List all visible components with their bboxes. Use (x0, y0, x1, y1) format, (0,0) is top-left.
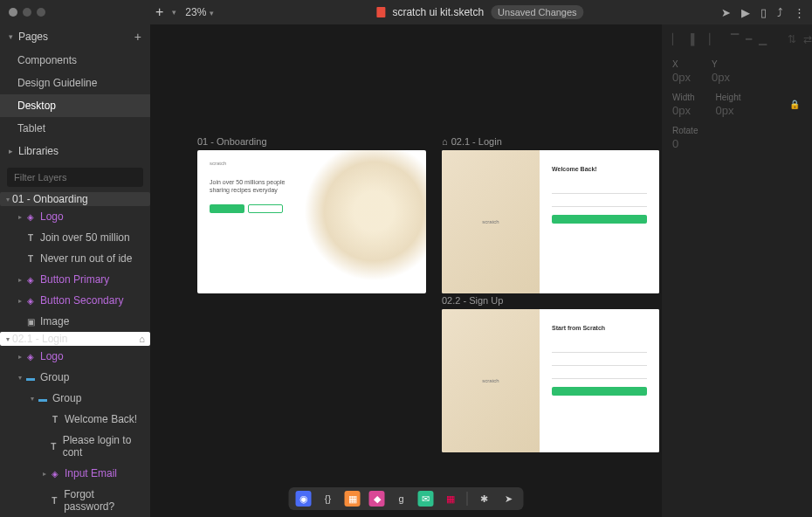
dock-g-icon[interactable]: g (394, 491, 409, 507)
page-item-desktop[interactable]: Desktop (0, 94, 150, 117)
right-inspector: ▏ ▐ ▕ ▔ ━ ▁ ⇅ ⇄ X 0px Y 0px Width 0px (662, 24, 812, 517)
layer-input-email[interactable]: ▸ ◈ Input Email (0, 463, 150, 484)
layer-text-join[interactable]: T Join over 50 million (0, 227, 150, 248)
layer-label: Logo (40, 210, 64, 223)
dock-abstract-icon[interactable]: ◆ (369, 491, 385, 507)
layer-logo-2[interactable]: ▸ ◈ Logo (0, 346, 150, 367)
artboard-label-onboarding[interactable]: 01 - Onboarding (197, 136, 426, 147)
layer-artboard-onboarding[interactable]: ▾ 01 - Onboarding (0, 192, 150, 206)
height-value[interactable]: 0px (716, 104, 741, 117)
layer-text-welcome[interactable]: T Welcome Back! (0, 409, 150, 430)
layer-group-2[interactable]: ▾ ▬ Group (0, 388, 150, 409)
dock-rocket-icon[interactable]: ➤ (501, 491, 517, 507)
symbol-icon: ◈ (24, 352, 37, 362)
page-item-tablet[interactable]: Tablet (0, 117, 150, 140)
lock-icon[interactable]: 🔒 (789, 100, 800, 109)
y-label: Y (712, 59, 730, 69)
play-icon[interactable]: ▶ (741, 6, 750, 19)
align-top-icon[interactable]: ▔ (731, 33, 739, 45)
maximize-dot[interactable] (37, 8, 45, 17)
align-right-icon[interactable]: ▕ (702, 33, 710, 45)
text-icon: T (24, 254, 37, 264)
width-value[interactable]: 0px (672, 104, 695, 117)
toolbar: + ▾ 23% ▾ scratch ui kit.sketch Unsaved … (148, 0, 812, 24)
align-center-icon[interactable]: ▐ (687, 33, 695, 45)
layer-text-please-login[interactable]: T Please login to cont (0, 430, 150, 463)
symbol-icon: ◈ (24, 275, 37, 285)
artboard-signup[interactable]: scratch Start from Scratch (442, 309, 659, 452)
filter-layers-input[interactable] (7, 168, 143, 187)
signup-email-field (552, 359, 647, 366)
window-controls[interactable] (9, 8, 45, 17)
distribute-h-icon[interactable]: ⇅ (788, 33, 796, 45)
layer-button-primary[interactable]: ▸ ◈ Button Primary (0, 269, 150, 290)
canvas[interactable]: 01 - Onboarding scratch Join over 50 mil… (150, 24, 662, 517)
layer-label: Join over 50 million (40, 231, 130, 244)
save-status-badge: Unsaved Changes (491, 5, 584, 19)
symbol-icon: ◈ (24, 212, 37, 222)
layer-group-1[interactable]: ▾ ▬ Group (0, 367, 150, 388)
cursor-icon[interactable]: ➤ (721, 6, 731, 19)
height-label: Height (716, 93, 741, 102)
align-left-icon[interactable]: ▏ (672, 33, 680, 45)
libraries-section-header[interactable]: ▸ Libraries (0, 140, 150, 162)
x-value[interactable]: 0px (672, 71, 691, 84)
page-item-design-guideline[interactable]: Design Guideline (0, 72, 150, 94)
layer-label: 01 - Onboarding (12, 193, 88, 205)
signup-password-field (552, 372, 647, 379)
distribute-v-icon[interactable]: ⇄ (803, 33, 812, 45)
chevron-down-icon: ▾ (28, 395, 37, 403)
dock-chat-icon[interactable]: ✉ (418, 491, 434, 507)
left-sidebar: ▾ Pages + Components Design Guideline De… (0, 24, 150, 517)
image-icon: ▣ (24, 317, 37, 327)
onboard-heading: Join over 50 millions people sharing rec… (210, 178, 306, 194)
page-item-components[interactable]: Components (0, 49, 150, 72)
layer-logo[interactable]: ▸ ◈ Logo (0, 206, 150, 227)
layer-image[interactable]: ▣ Image (0, 311, 150, 332)
folder-icon: ▬ (24, 373, 37, 383)
libraries-label: Libraries (18, 145, 58, 157)
align-bottom-icon[interactable]: ▁ (759, 33, 767, 45)
layer-text-never[interactable]: T Never run out of ide (0, 248, 150, 269)
y-value[interactable]: 0px (712, 71, 730, 84)
artboard-login[interactable]: scratch Welcome Back! (442, 150, 659, 293)
dock-grid-icon[interactable]: ▦ (443, 491, 458, 507)
dock-zeplin-icon[interactable]: ▦ (345, 491, 361, 507)
plugin-dock: ◉ {} ▦ ◆ g ✉ ▦ ✱ ➤ (289, 487, 524, 510)
artboard-label-login[interactable]: ⌂ 02.1 - Login (442, 136, 659, 147)
layer-label: Button Primary (40, 273, 109, 286)
layer-artboard-login[interactable]: ▾ 02.1 - Login ⌂ (0, 332, 150, 346)
onboard-primary-button (210, 204, 244, 213)
dock-separator (467, 492, 468, 506)
chevron-right-icon: ▸ (9, 147, 13, 155)
dock-code-icon[interactable]: {} (320, 491, 336, 507)
insert-icon[interactable]: + (155, 4, 163, 20)
layer-button-secondary[interactable]: ▸ ◈ Button Secondary (0, 290, 150, 311)
dock-anima-icon[interactable]: ◉ (296, 491, 312, 507)
login-link (552, 227, 647, 231)
close-dot[interactable] (9, 8, 17, 17)
layer-text-forgot[interactable]: T Forgot password? (0, 484, 150, 517)
onboard-image (304, 150, 426, 281)
artboard-onboarding[interactable]: scratch Join over 50 millions people sha… (197, 150, 426, 293)
rotate-value[interactable]: 0 (672, 137, 698, 150)
add-page-icon[interactable]: + (134, 30, 141, 44)
pages-section-header[interactable]: ▾ Pages + (0, 24, 150, 49)
chevron-right-icon: ▸ (16, 297, 24, 305)
layer-label: Logo (40, 350, 64, 362)
align-middle-icon[interactable]: ━ (746, 33, 752, 45)
signup-title: Start from Scratch (552, 325, 647, 331)
signup-link (552, 399, 647, 403)
login-email-field (552, 187, 647, 194)
more-icon[interactable]: ⋮ (794, 6, 805, 19)
dock-slack-icon[interactable]: ✱ (477, 491, 492, 507)
export-icon[interactable]: ⤴ (777, 6, 783, 19)
zoom-level[interactable]: 23% ▾ (185, 6, 213, 18)
device-icon[interactable]: ▯ (760, 6, 767, 19)
layer-label: Never run out of ide (40, 252, 132, 265)
artboard-label-signup[interactable]: 02.2 - Sign Up (442, 295, 659, 306)
chevron-down-icon: ▾ (3, 196, 12, 203)
minimize-dot[interactable] (23, 8, 31, 17)
home-icon: ⌂ (442, 136, 448, 147)
insert-chevron-icon[interactable]: ▾ (172, 8, 176, 17)
